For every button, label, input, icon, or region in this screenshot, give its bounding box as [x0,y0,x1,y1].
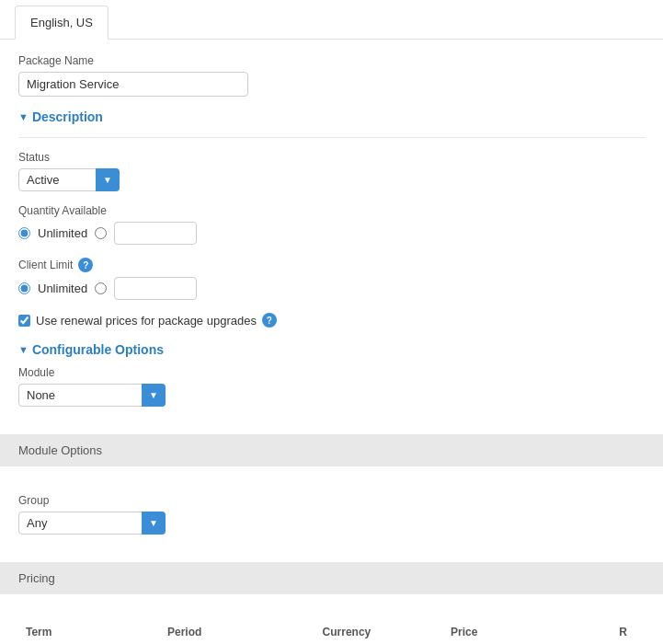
client-limit-number-radio[interactable] [95,282,107,294]
module-select-wrapper: None ▼ [18,384,166,407]
form-content: Package Name ▼ Description Status Active… [0,40,663,434]
pricing-section: Pricing [0,562,663,594]
group-select-wrapper: Any ▼ [18,512,166,535]
quantity-radio-group: Unlimited [18,222,645,245]
client-limit-label: Client Limit [18,259,73,271]
module-select[interactable]: None [18,384,166,407]
quantity-unlimited-radio[interactable] [18,227,30,239]
quantity-unlimited-label: Unlimited [38,226,87,240]
package-name-label: Package Name [18,54,645,67]
col-term: Term [18,620,160,644]
pricing-content: Term Period Currency Price R One time [0,594,663,644]
module-options-section: Module Options [0,434,663,466]
col-period: Period [160,620,315,644]
status-label: Status [18,151,645,164]
module-group: Module None ▼ [18,366,645,407]
renewal-prices-label: Use renewal prices for package upgrades [36,314,257,328]
module-options-content: Group Any ▼ [0,466,663,562]
quantity-available-group: Quantity Available Unlimited [18,204,645,245]
main-container: English, US Package Name ▼ Description S… [0,0,663,644]
package-name-group: Package Name [18,54,645,97]
group-select[interactable]: Any [18,512,166,535]
renewal-prices-help-icon[interactable]: ? [262,313,277,328]
configurable-options-arrow: ▼ [18,344,29,355]
description-label: Description [32,109,103,124]
status-group: Status Active Inactive ▼ [18,151,645,191]
configurable-options-label: Configurable Options [32,342,164,357]
client-limit-radio-group: Unlimited [18,277,645,300]
status-select-wrapper: Active Inactive ▼ [18,168,120,191]
client-limit-unlimited-radio[interactable] [18,282,30,294]
col-price: Price [443,620,612,644]
client-limit-group: Client Limit ? Unlimited [18,258,645,300]
client-limit-help-icon[interactable]: ? [78,258,93,272]
quantity-number-radio[interactable] [95,227,107,239]
module-label: Module [18,366,645,379]
pricing-table: Term Period Currency Price R One time [18,620,645,644]
status-select[interactable]: Active Inactive [18,168,120,191]
divider-1 [18,137,645,138]
group-group: Group Any ▼ [18,494,645,535]
quantity-number-input[interactable] [114,222,197,245]
description-arrow: ▼ [18,111,29,122]
renewal-prices-checkbox[interactable] [18,315,30,327]
client-limit-unlimited-label: Unlimited [38,282,87,295]
col-r: R [612,620,645,644]
configurable-options-header[interactable]: ▼ Configurable Options [18,342,645,357]
col-currency: Currency [315,620,443,644]
client-limit-number-input[interactable] [114,277,197,300]
quantity-available-label: Quantity Available [18,204,645,217]
tab-english-us[interactable]: English, US [15,6,109,40]
tab-bar: English, US [0,0,663,40]
group-label: Group [18,494,645,507]
package-name-input[interactable] [18,72,248,97]
description-header[interactable]: ▼ Description [18,109,645,124]
renewal-prices-row: Use renewal prices for package upgrades … [18,313,645,328]
